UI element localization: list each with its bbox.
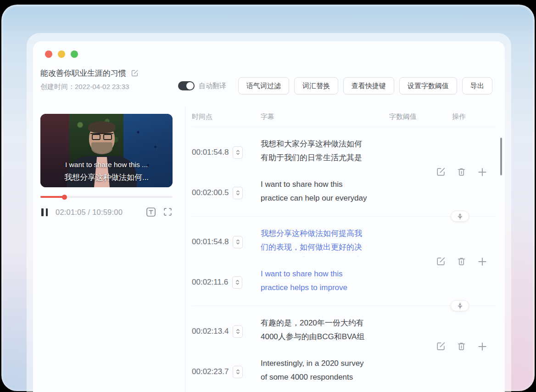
progress-knob[interactable] (62, 195, 67, 200)
subtitle-text[interactable]: I want to share how this practice can he… (261, 178, 389, 208)
edit-icon[interactable] (436, 257, 446, 267)
speaker-figure (90, 133, 113, 140)
view-shortcuts-button[interactable]: 查看快捷键 (343, 77, 394, 95)
toolbar: 自动翻译 语气词过滤 词汇替换 查看快捷键 设置字数阈值 导出 (178, 77, 492, 95)
minimize-window-button[interactable] (58, 50, 65, 58)
threshold-cell (389, 227, 452, 257)
video-title-block: 能改善你职业生涯的习惯 创建时间：2022-04-02 23:33 (40, 68, 178, 91)
playback-time: 02:01:05 / 10:59:00 (56, 208, 123, 217)
header-time: 时间点 (192, 112, 261, 121)
auto-translate-label: 自动翻译 (199, 82, 226, 90)
maximize-window-button[interactable] (71, 50, 78, 58)
subtitle-row: 00:01:54.8 我想和大家分享这种做法如何 有助于我们的日常生活尤其是 我… (192, 127, 496, 168)
word-replace-button[interactable]: 词汇替换 (294, 77, 338, 95)
time-stepper[interactable] (233, 325, 243, 338)
set-word-threshold-button[interactable]: 设置字数阈值 (399, 77, 457, 95)
app-window: 能改善你职业生涯的习惯 创建时间：2022-04-02 23:33 自动翻译 语… (33, 41, 505, 392)
speaker-figure (91, 142, 112, 154)
timestamp: 00:01:54.8 (192, 237, 229, 246)
add-icon[interactable] (477, 257, 487, 267)
scrollbar-thumb[interactable] (500, 138, 502, 175)
player-panel: I want to share how this ... 我想分享这种做法如何.… (40, 114, 173, 217)
subtitle-group: 00:01:54.8 我想和大家分享这种做法如何 有助于我们的日常生活尤其是 我… (192, 127, 496, 217)
timestamp: 00:02:13.4 (192, 327, 229, 336)
progress-fill (40, 196, 64, 198)
threshold-cell (389, 137, 452, 168)
toggle-knob (186, 82, 194, 90)
row-actions (436, 342, 487, 352)
creation-time: 创建时间：2022-04-02 23:33 (40, 83, 178, 91)
header-subtitle: 字幕 (261, 112, 389, 121)
auto-translate-toggle[interactable] (178, 81, 195, 90)
subtitle-row: 00:01:54.8 我想分享这种做法如何提高我 们的表现，如何做出更好的决 定… (192, 217, 496, 257)
threshold-cell (389, 267, 452, 297)
time-stepper[interactable] (233, 187, 243, 199)
subtitle-row: 00:02:13.4 有趣的是，2020年一份大约有 4000人参与的由BCG和… (192, 306, 496, 347)
fullscreen-icon[interactable] (163, 207, 173, 217)
subtitle-text[interactable]: 我想分享这种做法如何提高我 们的表现，如何做出更好的决 定（无论大小），和如何建… (261, 227, 389, 257)
edit-title-icon[interactable] (131, 69, 139, 77)
threshold-cell (389, 357, 452, 387)
subtitle-text[interactable]: 我想和大家分享这种做法如何 有助于我们的日常生活尤其是 我们的工作 (261, 137, 389, 168)
edit-icon[interactable] (436, 342, 446, 352)
delete-icon[interactable] (457, 167, 466, 177)
subtitle-text[interactable]: Interestingly, in a 2020 survey of some … (261, 357, 389, 387)
progress-bar[interactable] (40, 194, 173, 200)
time-stepper[interactable] (232, 276, 242, 289)
traffic-lights (45, 50, 78, 58)
timestamp: 00:02:23.7 (192, 367, 229, 376)
subtitle-display-icon[interactable] (146, 207, 156, 217)
add-icon[interactable] (477, 167, 487, 177)
close-window-button[interactable] (45, 50, 52, 58)
export-button[interactable]: 导出 (462, 77, 492, 95)
subtitle-text[interactable]: 有趣的是，2020年一份大约有 4000人参与的由BCG和BVA组 织的调查问卷… (261, 316, 389, 347)
speaker-figure (88, 121, 116, 133)
row-actions (436, 167, 487, 177)
subtitle-table: 时间点 字幕 字数阈值 操作 00:01:54.8 我想和大家分享这种做法如何 … (185, 106, 505, 387)
delete-icon[interactable] (457, 342, 466, 352)
video-title: 能改善你职业生涯的习惯 (40, 68, 126, 78)
time-stepper[interactable] (233, 146, 243, 159)
timestamp: 00:01:54.8 (192, 148, 229, 157)
table-header: 时间点 字幕 字数阈值 操作 (192, 106, 496, 127)
add-icon[interactable] (477, 342, 487, 352)
timestamp: 00:02:00.5 (192, 188, 229, 197)
video-preview[interactable]: I want to share how this ... 我想分享这种做法如何.… (40, 114, 173, 187)
video-subtitle-zh: 我想分享这种做法如何... (40, 172, 173, 183)
filler-word-filter-button[interactable]: 语气词过滤 (238, 77, 289, 95)
subtitle-text[interactable]: I want to share how this practice helps … (261, 267, 389, 297)
header-actions: 操作 (452, 112, 496, 121)
subtitle-row: 00:02:23.7 Interestingly, in a 2020 surv… (192, 347, 496, 387)
row-actions (436, 257, 487, 267)
timestamp: 00:02:11.6 (192, 278, 228, 287)
time-stepper[interactable] (233, 236, 243, 248)
header-threshold: 字数阈值 (389, 112, 452, 121)
subtitle-group: 00:02:13.4 有趣的是，2020年一份大约有 4000人参与的由BCG和… (192, 306, 496, 387)
time-stepper[interactable] (233, 366, 243, 378)
threshold-cell (389, 178, 452, 208)
pause-icon[interactable] (40, 207, 49, 217)
edit-icon[interactable] (436, 167, 446, 177)
video-subtitle-en: I want to share how this ... (40, 161, 173, 169)
delete-icon[interactable] (457, 257, 466, 267)
subtitle-group: 00:01:54.8 我想分享这种做法如何提高我 们的表现，如何做出更好的决 定… (192, 217, 496, 306)
player-controls: 02:01:05 / 10:59:00 (40, 207, 173, 217)
